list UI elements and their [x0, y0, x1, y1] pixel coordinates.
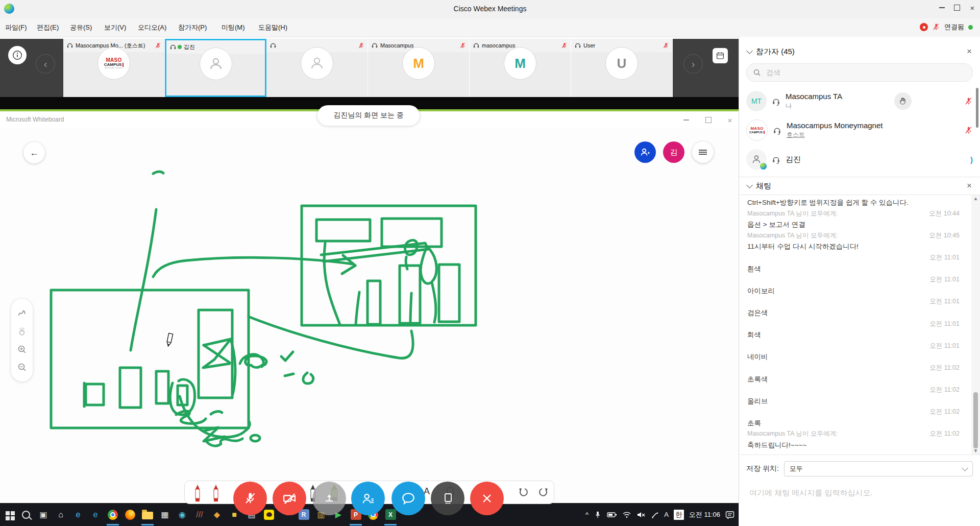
chat-message: 초록 [747, 418, 761, 429]
calendar-button[interactable] [713, 48, 728, 63]
taskbar-icon-paint-pens[interactable]: /// [191, 504, 208, 526]
chevron-down-icon[interactable] [746, 47, 753, 54]
leave-meeting-button[interactable] [470, 482, 504, 515]
menu-audio[interactable]: 오디오(A) [138, 23, 166, 32]
search-input[interactable] [765, 68, 930, 77]
taskbar-icon-search[interactable] [17, 504, 35, 526]
tray-ime-indicator[interactable]: 한 [674, 510, 684, 520]
info-icon[interactable] [8, 46, 27, 64]
zoom-in-icon[interactable] [17, 344, 27, 354]
menu-help[interactable]: 도움말(H) [258, 23, 287, 32]
participant-row[interactable]: 김진 ) [739, 145, 980, 174]
more-options-button[interactable] [431, 482, 464, 515]
chat-scrollbar[interactable]: ▲ ▼ [971, 195, 980, 455]
menu-file[interactable]: 파일(F) [5, 23, 27, 32]
tray-expand-icon[interactable]: ^ [585, 511, 589, 518]
annotate-pen-icon[interactable] [17, 308, 27, 318]
participants-button[interactable] [351, 482, 385, 515]
taskbar-icon-edge[interactable]: e [87, 504, 104, 526]
remote-control-icon[interactable] [17, 326, 27, 336]
taskbar-icon-security-app[interactable]: ◆ [208, 504, 226, 526]
tray-battery-icon[interactable] [607, 512, 617, 518]
taskbar-icon-task-view[interactable]: ▣ [35, 504, 52, 526]
red-pen-tool[interactable] [194, 484, 201, 503]
menu-view[interactable]: 보기(V) [104, 23, 126, 32]
participants-scrollbar[interactable] [976, 88, 978, 128]
participant-row[interactable]: MT Masocampus TA 나 [739, 87, 980, 115]
taskbar-icon-start-button[interactable] [0, 504, 17, 526]
invite-button[interactable] [634, 141, 656, 163]
taskbar-icon-internet-explorer[interactable]: e [69, 504, 87, 526]
chat-target-select[interactable]: 모두 [784, 461, 973, 476]
chevron-down-icon [962, 465, 968, 471]
mic-muted-icon[interactable] [964, 97, 973, 106]
chat-close-button[interactable]: × [967, 181, 972, 191]
video-tile[interactable]: M Masocampus [368, 39, 470, 97]
maximize-button[interactable] [949, 1, 965, 14]
participant-search[interactable] [746, 63, 973, 82]
camera-on-icon [178, 45, 182, 49]
participants-header: 참가자 (45) × [739, 43, 980, 60]
recording-icon[interactable] [920, 23, 928, 31]
tray-clock[interactable]: 오전 11:06 [689, 510, 720, 519]
menu-meeting[interactable]: 미팅(M) [222, 23, 245, 32]
mic-muted-icon[interactable] [964, 126, 973, 135]
headset-icon [773, 126, 781, 135]
chat-scrollbar-thumb[interactable] [973, 392, 978, 448]
wb-close-button[interactable]: × [722, 113, 738, 127]
menu-share[interactable]: 공유(S) [70, 23, 92, 32]
scroll-left-button[interactable]: ‹ [36, 54, 55, 74]
chat-input[interactable] [748, 488, 965, 497]
menu-button[interactable] [692, 141, 714, 163]
tray-wifi-icon[interactable] [622, 511, 631, 518]
menu-edit[interactable]: 편집(E) [37, 23, 59, 32]
video-tile[interactable] [266, 39, 368, 97]
person-add-icon [640, 147, 651, 158]
zoom-out-icon[interactable] [17, 362, 27, 372]
taskbar-icon-file-explorer[interactable] [139, 504, 156, 526]
video-strip: ‹ MASO CAMPUS Achievable Content Masocam… [0, 39, 739, 97]
video-tile-selected[interactable]: 김진 [165, 39, 266, 97]
chat-button[interactable] [391, 482, 425, 515]
redo-button[interactable] [538, 486, 550, 498]
wb-minimize-button[interactable] [678, 113, 694, 127]
window-title: Cisco Webex Meetings [0, 5, 980, 13]
user-avatar-button[interactable]: 김 [663, 141, 684, 163]
taskbar-icon-photos[interactable]: ◉ [174, 504, 191, 526]
share-screen-icon [323, 492, 336, 505]
more-options-icon [441, 492, 454, 505]
stop-video-button[interactable] [273, 482, 306, 515]
back-button[interactable]: ← [23, 142, 45, 163]
tray-lang-indicator[interactable]: A [664, 511, 669, 518]
video-tile[interactable]: MASO CAMPUS Achievable Content Masocampu… [63, 39, 165, 97]
notification-center-icon[interactable] [725, 511, 734, 519]
video-tile[interactable]: U User [571, 39, 673, 97]
mic-muted-icon [155, 42, 161, 49]
chevron-down-icon[interactable] [746, 182, 753, 188]
wb-maximize-button[interactable] [701, 113, 716, 127]
participants-close-button[interactable]: × [967, 46, 972, 57]
close-button[interactable]: × [965, 1, 980, 14]
menu-participants[interactable]: 참가자(P) [178, 23, 207, 32]
video-tile[interactable]: M masocampus [470, 39, 571, 97]
chat-target-row: 저장 위치: 모두 [739, 455, 980, 481]
save-to-label: 저장 위치: [746, 464, 779, 473]
participant-row[interactable]: MASOCAMPUS Masocampus Moneymagnet 호스트 [739, 115, 980, 145]
tray-volume-muted-icon[interactable] [636, 511, 646, 518]
red-pen-tool-2[interactable] [212, 484, 219, 503]
mic-muted-icon [243, 491, 257, 506]
minimize-button[interactable] [934, 1, 949, 14]
chat-time: 오전 11:02 [929, 428, 972, 440]
undo-button[interactable] [517, 486, 529, 498]
scroll-right-button[interactable]: › [683, 54, 703, 74]
taskbar-icon-store[interactable]: ⌂ [52, 504, 69, 526]
headset-icon [270, 42, 277, 49]
taskbar-icon-chrome[interactable] [104, 504, 121, 526]
tray-pen-icon[interactable] [651, 511, 659, 519]
share-button[interactable] [312, 482, 346, 515]
tray-mic-icon[interactable] [594, 511, 602, 519]
chat-title: 채팅 [756, 181, 771, 191]
taskbar-icon-calculator[interactable]: ▦ [156, 504, 174, 526]
taskbar-icon-firefox[interactable] [121, 504, 139, 526]
mute-button[interactable] [233, 482, 267, 515]
